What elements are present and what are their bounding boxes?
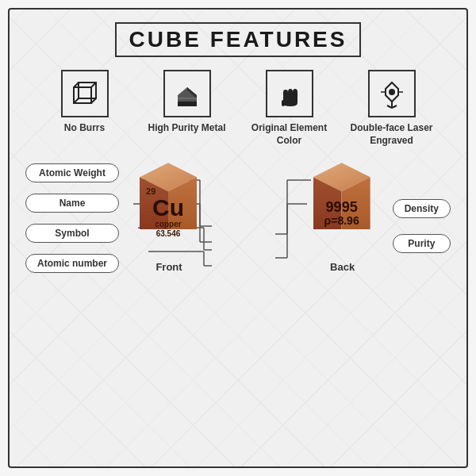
symbol-label: Symbol (25, 224, 119, 243)
high-purity-icon (171, 78, 203, 109)
content-area: CUBE FEATURES No Burrs (25, 22, 451, 273)
back-density-value: ρ=8.96 (324, 215, 359, 227)
atomic-number-label: Atomic number (25, 254, 119, 273)
svg-rect-10 (282, 100, 285, 106)
no-burrs-icon (69, 78, 101, 109)
main-container: CUBE FEATURES No Burrs (8, 8, 468, 468)
laser-engraved-icon-box (368, 70, 416, 117)
atomic-weight-label: Atomic Weight (25, 163, 119, 182)
feature-laser-engraved: Double-face Laser Engraved (348, 70, 436, 147)
left-labels: Atomic Weight Name Symbol Atomic number (25, 163, 119, 273)
back-side: 9995 ρ=8.96 Back Density Purity (299, 163, 451, 273)
front-cube-text: 29 Cu copper 63.546 (140, 182, 197, 244)
laser-engraved-icon (376, 78, 408, 109)
front-label: Front (155, 261, 182, 273)
front-cube: 29 Cu copper 63.546 (125, 163, 213, 258)
element-color-icon-box (266, 70, 313, 117)
front-cube-column: 29 Cu copper 63.546 Front (125, 163, 213, 273)
element-color-icon (274, 78, 305, 109)
no-burrs-label: No Burrs (64, 122, 105, 135)
features-row: No Burrs High Purity Metal (25, 70, 451, 147)
laser-engraved-label: Double-face Laser Engraved (348, 122, 436, 147)
front-side: Atomic Weight Name Symbol Atomic number … (25, 163, 213, 273)
high-purity-label: High Purity Metal (148, 122, 225, 135)
front-name: copper (155, 220, 181, 229)
back-cube: 9995 ρ=8.96 (299, 163, 386, 258)
feature-high-purity: High Purity Metal (144, 70, 231, 135)
back-cube-column: 9995 ρ=8.96 Back (299, 163, 386, 273)
front-weight: 63.546 (156, 229, 181, 239)
front-symbol: Cu (152, 196, 184, 220)
feature-element-color: Original Element Color (246, 70, 333, 147)
back-label: Back (330, 261, 355, 273)
svg-point-12 (389, 89, 395, 95)
no-burrs-icon-box (61, 70, 109, 117)
element-color-label: Original Element Color (246, 122, 333, 147)
title-box: CUBE FEATURES (115, 22, 362, 57)
back-cube-text: 9995 ρ=8.96 (313, 183, 370, 244)
purity-label: Purity (393, 234, 451, 253)
title-section: CUBE FEATURES (25, 22, 451, 57)
feature-no-burrs: No Burrs (41, 70, 129, 135)
high-purity-icon-box (163, 70, 211, 117)
density-label: Density (393, 199, 451, 218)
right-labels: Density Purity (393, 199, 451, 253)
page-title: CUBE FEATURES (129, 27, 347, 52)
lower-section: Atomic Weight Name Symbol Atomic number … (25, 163, 451, 273)
name-label: Name (25, 194, 119, 213)
back-purity-number: 9995 (326, 200, 358, 216)
